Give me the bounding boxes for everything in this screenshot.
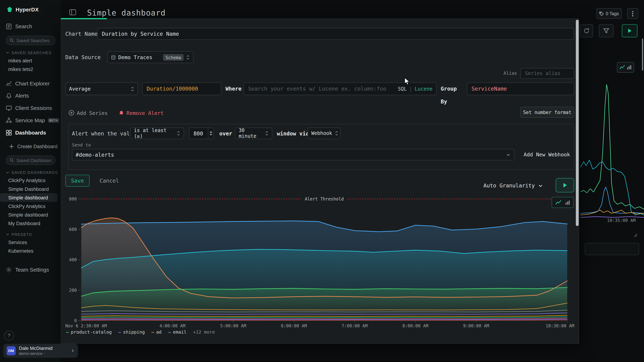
saved-search-item[interactable]: mikes alert <box>0 56 61 65</box>
query-language-toggle: SQL | Lucene <box>398 82 432 95</box>
page-scrollbar[interactable] <box>642 39 643 71</box>
sql-toggle[interactable]: SQL <box>398 86 407 92</box>
schema-badge[interactable]: Schema <box>163 54 184 61</box>
refresh-button[interactable] <box>580 24 593 37</box>
filter-button[interactable] <box>599 24 614 37</box>
set-number-format-button[interactable]: Set number format <box>520 107 574 118</box>
app: HyperDX Search SAVED SEARCHES mikes aler… <box>0 0 644 362</box>
alias-input[interactable] <box>520 68 574 79</box>
saved-dashboards-header[interactable]: SAVED DASHBOARDS <box>6 170 61 175</box>
saved-searches-header[interactable]: SAVED SEARCHES <box>6 50 61 55</box>
chevron-down-icon <box>538 183 543 188</box>
sidebar-item-client-sessions[interactable]: Client Sessions <box>6 104 61 112</box>
line-chart-icon[interactable] <box>556 200 562 205</box>
sidebar-item-dashboards[interactable]: Dashboards <box>6 129 61 136</box>
legend-item[interactable]: —email <box>168 330 186 335</box>
saved-searches-searchbox[interactable] <box>6 36 56 45</box>
sidebar-toggle-button[interactable] <box>68 8 77 17</box>
saved-dashboard-item[interactable]: Simple dashboard <box>0 193 58 202</box>
alert-threshold-field <box>189 128 214 139</box>
chart-name-input[interactable] <box>97 28 574 40</box>
field-input[interactable] <box>142 82 221 95</box>
run-chart-button[interactable] <box>556 178 574 192</box>
add-new-webhook-button[interactable]: Add New Webhook <box>524 151 570 158</box>
saved-dashboard-item[interactable]: ClickPy Analytics <box>0 176 61 184</box>
resize-handle-icon[interactable] <box>632 232 638 237</box>
alert-window-value: 30 minute <box>239 128 262 139</box>
saved-dashboard-item[interactable]: ClickPy Analytics <box>0 202 61 210</box>
alert-window-select[interactable]: 30 minute <box>235 128 272 139</box>
alert-bell-icon <box>119 110 124 115</box>
legend-item[interactable]: +12 more <box>193 330 215 335</box>
remove-alert-button[interactable]: Remove Alert <box>119 108 164 117</box>
sidebar-item-team-settings[interactable]: Team Settings <box>6 266 61 273</box>
user-menu[interactable]: DM Dale McDiarmid demo-service - <box>3 344 78 358</box>
sidebar-item-service-map[interactable]: Service Map BETA <box>6 117 61 124</box>
sidebar-item-chart-explorer[interactable]: Chart Explorer <box>6 79 61 87</box>
set-number-format-label: Set number format <box>523 109 571 115</box>
alert-prefix-label: Alert when the value <box>72 130 136 137</box>
search-icon <box>10 38 14 43</box>
database-icon <box>111 55 116 60</box>
add-series-button[interactable]: Add Series <box>68 108 108 117</box>
create-dashboard-button[interactable]: Create Dashboard <box>9 143 61 150</box>
background-chart-timestamp: 10:35:00 AM <box>607 218 636 223</box>
svg-text:400: 400 <box>69 257 77 262</box>
webhook-select[interactable]: #demo-alerts <box>72 149 514 160</box>
stepper-up-icon[interactable] <box>209 131 212 133</box>
aggregation-value: Average <box>69 86 128 92</box>
data-source-value: Demo Traces <box>118 54 161 60</box>
svg-text:0: 0 <box>74 318 77 323</box>
chart-legend: —product-catalog—shipping—ad—email+12 mo… <box>66 330 215 335</box>
legend-item[interactable]: —shipping <box>118 330 145 335</box>
saved-searches-input[interactable] <box>16 38 52 43</box>
user-name: Dale McDiarmid <box>19 346 52 351</box>
svg-text:800: 800 <box>69 196 77 201</box>
aggregation-select[interactable]: Average <box>65 82 138 95</box>
saved-dashboard-item[interactable]: Simple Dashboard <box>0 184 61 193</box>
saved-dashboard-item[interactable]: Simple dashboard <box>0 210 61 219</box>
sidebar-item-alerts[interactable]: Alerts <box>6 92 61 99</box>
saved-search-item[interactable]: mikes tets2 <box>0 65 61 73</box>
plus-icon <box>9 144 14 149</box>
presets-header[interactable]: PRESETS <box>6 232 61 237</box>
sidebar-item-search[interactable]: Search <box>6 22 61 30</box>
more-options-button[interactable] <box>627 8 638 19</box>
alias-label: Alias <box>488 68 517 79</box>
stepper-down-icon[interactable] <box>209 134 212 136</box>
send-to-label: Send to <box>72 142 91 148</box>
alert-condition-select[interactable]: is at least (≥) <box>130 128 184 139</box>
preset-item[interactable]: Services <box>0 238 61 247</box>
chart-explorer-icon <box>6 80 12 86</box>
granularity-select[interactable]: Auto Granularity <box>483 180 543 192</box>
saved-dashboard-item[interactable]: My Dashboard <box>0 219 61 228</box>
bar-chart-icon[interactable] <box>565 200 570 205</box>
cancel-button[interactable]: Cancel <box>97 175 121 187</box>
svg-text:9:00:00 AM: 9:00:00 AM <box>463 323 489 328</box>
alert-channel-select[interactable]: Webhook <box>308 128 340 139</box>
help-button[interactable]: ? <box>4 331 14 341</box>
run-query-button[interactable] <box>622 24 638 37</box>
legend-item[interactable]: —product-catalog <box>66 330 112 335</box>
legend-dash: — <box>168 330 171 335</box>
brand[interactable]: HyperDX <box>6 6 61 13</box>
data-source-select[interactable]: Demo Traces Schema <box>107 51 194 63</box>
number-stepper[interactable] <box>208 128 213 139</box>
modal-scrollbar[interactable] <box>576 20 579 226</box>
saved-dashboards-searchbox[interactable] <box>6 156 56 165</box>
saved-dashboards-list: ClickPy AnalyticsSimple DashboardSimple … <box>0 176 61 228</box>
chart-type-toggle[interactable] <box>552 197 574 208</box>
duration-chart[interactable]: 0200400600800Nov 6 2:30:00 AM4:00:00 AM5… <box>65 193 574 329</box>
select-chevrons-icon <box>176 130 180 136</box>
save-button[interactable]: Save <box>65 175 90 187</box>
chevron-down-icon <box>6 233 10 236</box>
chart-editor-modal: Chart Name Data Source Demo Traces Schem… <box>61 18 579 344</box>
group-by-input[interactable] <box>467 82 574 95</box>
tags-button[interactable]: 0 Tags <box>596 8 622 19</box>
saved-dashboards-input[interactable] <box>16 158 52 163</box>
preset-item[interactable]: Kubernetes <box>0 247 61 255</box>
select-chevrons-icon <box>130 86 134 92</box>
gear-icon <box>6 266 12 272</box>
legend-item[interactable]: —ad <box>151 330 162 335</box>
lucene-toggle[interactable]: Lucene <box>415 86 432 92</box>
